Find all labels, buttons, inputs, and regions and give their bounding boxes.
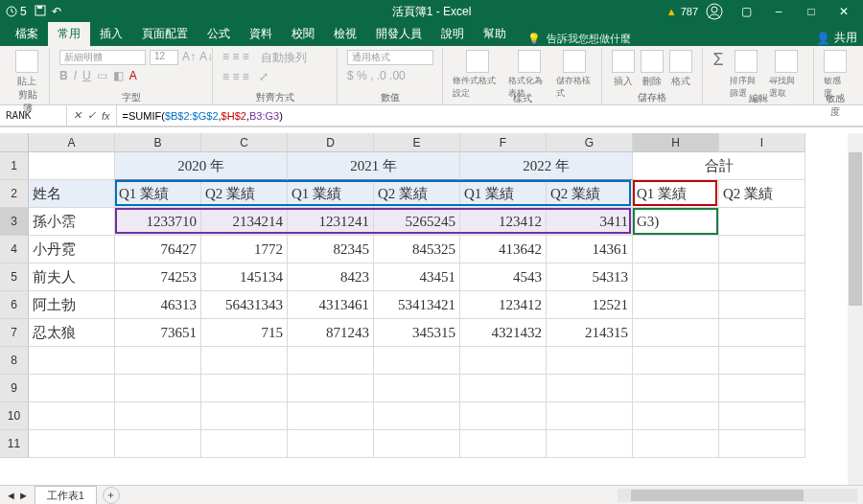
- cell-I4[interactable]: [719, 236, 805, 263]
- col-header-G[interactable]: G: [547, 133, 633, 152]
- cell-E11[interactable]: [374, 430, 460, 458]
- cell-B7[interactable]: 73651: [115, 319, 201, 347]
- row-header-7[interactable]: 7: [0, 319, 29, 347]
- cell-D4[interactable]: 82345: [288, 236, 374, 263]
- font-color-icon[interactable]: A: [129, 69, 137, 82]
- cell-B6[interactable]: 46313: [115, 291, 201, 319]
- col-header-F[interactable]: F: [460, 133, 547, 152]
- enter-formula-icon[interactable]: ✓: [87, 109, 96, 122]
- cell-I7[interactable]: [719, 319, 805, 347]
- cell-D11[interactable]: [288, 430, 374, 458]
- tab-data[interactable]: 資料: [240, 22, 282, 46]
- cell-F4[interactable]: 413642: [460, 236, 547, 263]
- cell-C8[interactable]: [201, 347, 288, 375]
- cell-F3[interactable]: 123412: [460, 208, 547, 236]
- underline-icon[interactable]: U: [82, 69, 91, 82]
- tab-view[interactable]: 檢視: [324, 22, 366, 46]
- delete-cells-button[interactable]: 刪除: [641, 50, 664, 88]
- row-header-1[interactable]: 1: [0, 152, 29, 180]
- cell-F8[interactable]: [460, 347, 547, 375]
- tell-me[interactable]: 💡 告訴我您想做什麼: [527, 32, 631, 46]
- cell-F10[interactable]: [460, 402, 547, 430]
- ribbon-display-icon[interactable]: ▢: [731, 0, 761, 23]
- account-icon[interactable]: [706, 3, 723, 20]
- cell-B8[interactable]: [115, 347, 201, 375]
- cell-year-2020[interactable]: 2020 年: [115, 152, 288, 180]
- cell-I9[interactable]: [719, 375, 805, 402]
- vertical-scrollbar[interactable]: [848, 133, 863, 485]
- cell-H6[interactable]: [633, 291, 719, 319]
- format-cells-button[interactable]: 格式: [669, 50, 692, 88]
- insert-cells-button[interactable]: 插入: [612, 50, 635, 88]
- col-header-H[interactable]: H: [633, 133, 719, 152]
- cell-F6[interactable]: 123412: [460, 291, 547, 319]
- cell-G8[interactable]: [547, 347, 633, 375]
- cell-E10[interactable]: [374, 402, 460, 430]
- cell-A3[interactable]: 孫小霑: [29, 208, 115, 236]
- tab-developer[interactable]: 開發人員: [366, 22, 432, 46]
- cell-E7[interactable]: 345315: [374, 319, 460, 347]
- cell-C9[interactable]: [201, 375, 288, 402]
- share-button[interactable]: 👤 共用: [816, 30, 857, 46]
- cell-A11[interactable]: [29, 430, 115, 458]
- cell-F5[interactable]: 4543: [460, 263, 547, 291]
- minimize-button[interactable]: –: [763, 0, 794, 23]
- cell-A2[interactable]: 姓名: [29, 180, 115, 208]
- cell-A8[interactable]: [29, 347, 115, 375]
- cell-E5[interactable]: 43451: [374, 263, 460, 291]
- save-icon[interactable]: [35, 5, 46, 18]
- cell-q1-2[interactable]: Q1 業績: [460, 180, 547, 208]
- cell-B11[interactable]: [115, 430, 201, 458]
- tab-pagelayout[interactable]: 頁面配置: [132, 22, 198, 46]
- cell-H3[interactable]: G3): [633, 208, 719, 236]
- row-header-5[interactable]: 5: [0, 263, 29, 291]
- cell-C6[interactable]: 56431343: [201, 291, 288, 319]
- row-header-6[interactable]: 6: [0, 291, 29, 319]
- cancel-formula-icon[interactable]: ✕: [73, 109, 82, 122]
- row-header-2[interactable]: 2: [0, 180, 29, 208]
- cell-I5[interactable]: [719, 263, 805, 291]
- cell-q2-2[interactable]: Q2 業績: [547, 180, 633, 208]
- fx-icon[interactable]: fx: [102, 110, 110, 122]
- autosave-icon[interactable]: 5: [6, 5, 27, 18]
- decrease-font-icon[interactable]: A↓: [199, 50, 213, 65]
- cell-A5[interactable]: 前夫人: [29, 263, 115, 291]
- row-header-10[interactable]: 10: [0, 402, 29, 430]
- sheet-tab-active[interactable]: 工作表1: [35, 486, 97, 505]
- cell-I8[interactable]: [719, 347, 805, 375]
- cell-G11[interactable]: [547, 430, 633, 458]
- col-header-B[interactable]: B: [115, 133, 201, 152]
- cell-I2[interactable]: Q2 業績: [719, 180, 805, 208]
- increase-font-icon[interactable]: A↑: [182, 50, 196, 65]
- row-header-3[interactable]: 3: [0, 208, 29, 236]
- cell-C5[interactable]: 145134: [201, 263, 288, 291]
- cell-B4[interactable]: 76427: [115, 236, 201, 263]
- horizontal-scrollbar[interactable]: [618, 489, 857, 502]
- cell-I6[interactable]: [719, 291, 805, 319]
- cell-A6[interactable]: 阿土勃: [29, 291, 115, 319]
- cell-year-2021[interactable]: 2021 年: [288, 152, 460, 180]
- cell-C10[interactable]: [201, 402, 288, 430]
- fill-color-icon[interactable]: ◧: [113, 69, 124, 82]
- cell-H9[interactable]: [633, 375, 719, 402]
- cell-F7[interactable]: 4321432: [460, 319, 547, 347]
- cell-H10[interactable]: [633, 402, 719, 430]
- cell-I11[interactable]: [719, 430, 805, 458]
- cell-H2[interactable]: Q1 業績: [633, 180, 719, 208]
- cell-I3[interactable]: [719, 208, 805, 236]
- undo-icon[interactable]: ↶: [52, 5, 61, 18]
- cell-q1-0[interactable]: Q1 業績: [115, 180, 201, 208]
- notification-badge[interactable]: ▲ 787: [666, 6, 698, 17]
- cell-G5[interactable]: 54313: [547, 263, 633, 291]
- row-header-9[interactable]: 9: [0, 375, 29, 402]
- cell-E8[interactable]: [374, 347, 460, 375]
- cell-G9[interactable]: [547, 375, 633, 402]
- font-name[interactable]: 新細明體: [59, 50, 146, 65]
- cell-year-2022[interactable]: 2022 年: [460, 152, 633, 180]
- spreadsheet-grid[interactable]: 1 2 3 4 5 6 7 8 9 10 11 ABCDEFGHI2020 年2…: [0, 126, 863, 485]
- tab-review[interactable]: 校閱: [282, 22, 324, 46]
- cell-E6[interactable]: 53413421: [374, 291, 460, 319]
- cell-C4[interactable]: 1772: [201, 236, 288, 263]
- row-header-8[interactable]: 8: [0, 347, 29, 375]
- cell-G7[interactable]: 214315: [547, 319, 633, 347]
